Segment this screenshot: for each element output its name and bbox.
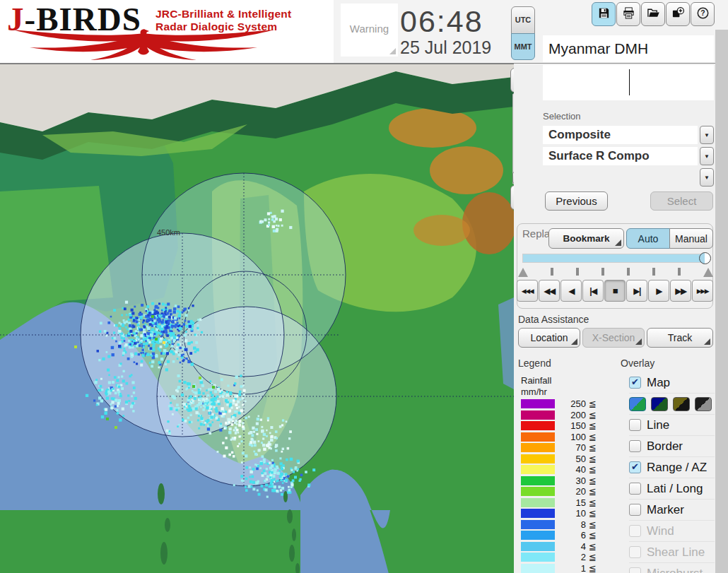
checkbox-marker[interactable] <box>629 504 641 516</box>
overlay-row-microburst: Microburst <box>629 563 715 573</box>
legend-row: 250≦ <box>521 398 606 410</box>
stop-button[interactable]: ■ <box>604 280 626 302</box>
print-icon <box>622 6 635 23</box>
legend-color-swatch <box>521 465 555 474</box>
rewind-3x-button[interactable]: ◀◀◀ <box>517 280 538 302</box>
clock-date: 25 Jul 2019 <box>400 37 520 58</box>
station-title: Myanmar DMH <box>543 35 714 62</box>
checkbox-line[interactable] <box>629 419 641 431</box>
map-style-4-button[interactable] <box>695 397 712 411</box>
checkbox-border[interactable] <box>629 440 641 452</box>
overlay-options: MapLineBorderRange / AZLati / LongMarker… <box>629 372 715 573</box>
overlay-item-label: Line <box>647 418 669 432</box>
selection-dropdown-3-arrow-icon[interactable]: ▼ <box>700 168 714 187</box>
replay-range-end-marker[interactable] <box>703 268 713 277</box>
legend-threshold-value: 70 <box>558 442 586 453</box>
lte-symbol: ≦ <box>589 541 597 552</box>
legend-color-swatch <box>521 553 555 562</box>
legend-row: 4≦ <box>521 541 606 553</box>
status-divider <box>629 69 630 95</box>
legend-color-swatch <box>521 520 555 529</box>
checkbox-lati-long[interactable] <box>629 483 641 495</box>
legend-row: 30≦ <box>521 475 606 487</box>
play-button[interactable]: ▶ <box>648 280 669 302</box>
previous-button[interactable]: Previous <box>545 191 608 211</box>
forward-2x-button[interactable]: ▶▶ <box>670 280 691 302</box>
map-style-2-button[interactable] <box>651 397 668 411</box>
play-reverse-button[interactable]: ◀ <box>560 280 582 302</box>
replay-tick <box>601 268 604 276</box>
step-forward-button[interactable]: ▶| <box>626 280 647 302</box>
map-canvas[interactable]: 450km <box>0 64 514 573</box>
checkbox-range-az[interactable] <box>629 461 641 473</box>
replay-slider-handle[interactable] <box>699 252 711 264</box>
overlay-item-label: Marker <box>647 503 684 517</box>
legend-color-swatch <box>521 564 555 573</box>
auto-button[interactable]: Auto <box>626 228 670 249</box>
overlay-item-label: Shear Line <box>647 545 705 560</box>
lte-symbol: ≦ <box>589 398 597 409</box>
location-button[interactable]: Location <box>518 328 580 348</box>
lte-symbol: ≦ <box>589 464 597 475</box>
legend-row: 70≦ <box>521 442 606 454</box>
manual-button[interactable]: Manual <box>669 228 713 249</box>
legend-label: Legend <box>518 358 551 369</box>
legend-color-swatch <box>521 421 555 430</box>
legend-threshold-value: 50 <box>558 454 586 464</box>
lte-symbol: ≦ <box>589 497 597 508</box>
replay-progress-slider[interactable] <box>522 254 708 263</box>
replay-tick <box>576 268 579 276</box>
mmt-button[interactable]: MMT <box>511 33 535 60</box>
open-folder-button[interactable] <box>641 2 665 26</box>
logo: J-BIRDS JRC-Brilliant & Intelligent Rada… <box>0 0 334 63</box>
map-style-1-button[interactable] <box>629 397 646 411</box>
playback-controls: ◀◀◀◀◀◀|◀■▶|▶▶▶▶▶▶ <box>517 280 713 302</box>
selection-dropdown-2-arrow-icon[interactable]: ▼ <box>700 147 714 165</box>
overlay-item-label: Map <box>647 376 670 390</box>
legend-threshold-value: 30 <box>558 475 586 486</box>
map-style-3-button[interactable] <box>673 397 690 411</box>
legend-unit-line1: Rainfall <box>521 375 551 386</box>
lte-symbol: ≦ <box>589 420 597 431</box>
checkbox-map[interactable] <box>629 377 641 389</box>
overlay-row-marker: Marker <box>629 500 715 521</box>
lte-symbol: ≦ <box>589 486 597 497</box>
step-back-button[interactable]: |◀ <box>582 280 604 302</box>
legend-row: 50≦ <box>521 454 606 465</box>
selection-dropdown-3[interactable] <box>543 168 698 187</box>
warning-button[interactable]: Warning <box>341 4 398 57</box>
select-button[interactable]: Select <box>650 191 713 211</box>
bookmark-button[interactable]: Bookmark <box>548 228 624 249</box>
add-image-button[interactable] <box>666 2 690 26</box>
legend-threshold-value: 100 <box>558 432 586 442</box>
help-button[interactable]: ? <box>691 2 715 26</box>
legend-row: 6≦ <box>521 530 606 541</box>
selection-dropdown-1-arrow-icon[interactable]: ▼ <box>700 126 714 144</box>
lte-symbol: ≦ <box>589 552 597 562</box>
checkbox-shear-line <box>629 546 641 558</box>
replay-range-start-marker[interactable] <box>518 268 528 277</box>
overlay-row-range-az: Range / AZ <box>629 457 715 478</box>
radar-map[interactable]: 450km <box>0 64 514 573</box>
legend-row: 2≦ <box>521 552 606 563</box>
selection-dropdown-2[interactable]: Surface R Compo <box>543 147 698 165</box>
rewind-2x-button[interactable]: ◀◀ <box>539 280 560 302</box>
legend-row: 15≦ <box>521 497 606 509</box>
utc-button[interactable]: UTC <box>511 6 535 34</box>
save-button[interactable] <box>592 2 616 26</box>
logo-tagline-1: JRC-Brilliant & Intelligent <box>155 8 291 20</box>
svg-text:?: ? <box>700 9 705 17</box>
overlay-row-wind: Wind <box>629 521 715 542</box>
range-label: 450km <box>157 228 180 237</box>
print-button[interactable] <box>616 2 640 26</box>
legend-color-swatch <box>521 443 555 452</box>
selection-dropdown-1[interactable]: Composite <box>543 126 698 144</box>
legend-threshold-value: 15 <box>558 497 586 508</box>
forward-3x-button[interactable]: ▶▶▶ <box>692 280 713 302</box>
legend-color-swatch <box>521 487 555 496</box>
legend-row: 8≦ <box>521 519 606 531</box>
legend-color-swatch <box>521 509 555 518</box>
overlay-row-border: Border <box>629 436 715 457</box>
x-section-button[interactable]: X-Section <box>582 328 645 348</box>
track-button[interactable]: Track <box>647 328 713 348</box>
